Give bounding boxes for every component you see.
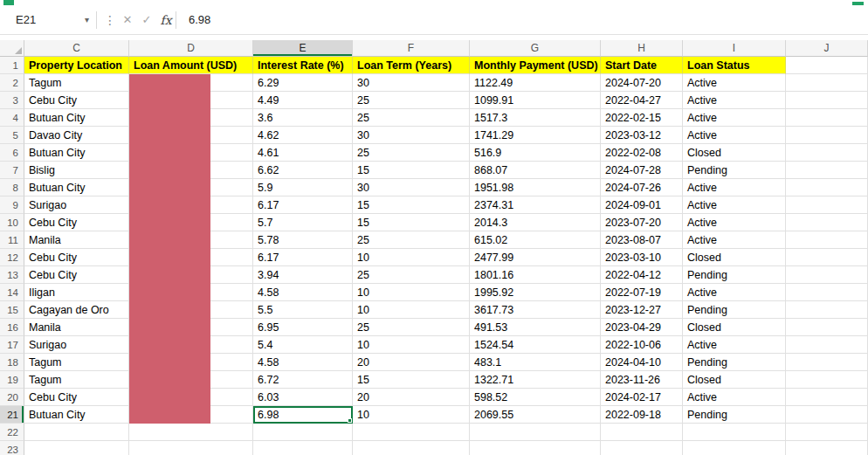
cell-I4[interactable]: Active	[683, 109, 786, 127]
column-header-I[interactable]: I	[683, 40, 786, 57]
cell-F18[interactable]: 20	[353, 354, 470, 371]
row-header-17[interactable]: 17	[0, 336, 24, 354]
cell-F3[interactable]: 25	[353, 92, 470, 109]
row-header-2[interactable]: 2	[0, 74, 24, 92]
cell-E12[interactable]: 6.17	[253, 249, 353, 266]
select-all-corner[interactable]	[0, 40, 24, 57]
cell-I3[interactable]: Active	[683, 92, 786, 109]
cell-H16[interactable]: 2023-04-29	[601, 319, 683, 336]
cell-J13[interactable]	[786, 266, 868, 284]
cell-I5[interactable]: Active	[683, 127, 786, 144]
cell-H6[interactable]: 2022-02-08	[601, 144, 683, 162]
cell-J21[interactable]	[786, 406, 868, 424]
row-header-4[interactable]: 4	[0, 109, 24, 127]
cell-E22[interactable]	[253, 424, 353, 441]
cell-C1[interactable]: Property Location	[24, 57, 129, 74]
column-header-E[interactable]: E	[253, 40, 353, 57]
cell-E3[interactable]: 4.49	[253, 92, 353, 109]
cell-C20[interactable]: Cebu City	[24, 389, 129, 406]
cell-F8[interactable]: 30	[353, 179, 470, 196]
enter-icon[interactable]: ✓	[137, 13, 156, 26]
cell-C9[interactable]: Surigao	[24, 196, 129, 214]
column-header-J[interactable]: J	[786, 40, 868, 57]
cell-G21[interactable]: 2069.55	[470, 406, 601, 424]
cell-F22[interactable]	[353, 424, 470, 441]
cell-C12[interactable]: Cebu City	[24, 249, 129, 266]
cell-C16[interactable]: Manila	[24, 319, 129, 336]
cell-F13[interactable]: 25	[353, 266, 470, 284]
row-header-19[interactable]: 19	[0, 371, 24, 389]
cell-I1[interactable]: Loan Status	[683, 57, 786, 74]
cell-E18[interactable]: 4.58	[253, 354, 353, 371]
row-header-12[interactable]: 12	[0, 249, 24, 266]
cell-J3[interactable]	[786, 92, 868, 109]
cell-J7[interactable]	[786, 162, 868, 179]
fill-handle[interactable]	[348, 418, 352, 423]
row-header-6[interactable]: 6	[0, 144, 24, 162]
column-header-C[interactable]: C	[24, 40, 129, 57]
column-header-G[interactable]: G	[470, 40, 601, 57]
cell-C4[interactable]: Butuan City	[24, 109, 129, 127]
cell-G14[interactable]: 1995.92	[470, 284, 601, 301]
row-header-14[interactable]: 14	[0, 284, 24, 301]
cell-I19[interactable]: Closed	[683, 371, 786, 389]
cell-G8[interactable]: 1951.98	[470, 179, 601, 196]
cell-J19[interactable]	[786, 371, 868, 389]
cell-J20[interactable]	[786, 389, 868, 406]
cell-E15[interactable]: 5.5	[253, 301, 353, 319]
cell-F10[interactable]: 15	[353, 214, 470, 231]
cell-H13[interactable]: 2022-04-12	[601, 266, 683, 284]
cell-J17[interactable]	[786, 336, 868, 354]
cell-H18[interactable]: 2024-04-10	[601, 354, 683, 371]
cell-E17[interactable]: 5.4	[253, 336, 353, 354]
name-box[interactable]: E21 ▾	[7, 10, 96, 31]
cell-H8[interactable]: 2024-07-26	[601, 179, 683, 196]
cell-H2[interactable]: 2024-07-20	[601, 74, 683, 92]
row-header-18[interactable]: 18	[0, 354, 24, 371]
cell-J2[interactable]	[786, 74, 868, 92]
row-header-9[interactable]: 9	[0, 196, 24, 214]
cell-J9[interactable]	[786, 196, 868, 214]
cell-C23[interactable]	[24, 441, 129, 455]
cell-C3[interactable]: Cebu City	[24, 92, 129, 109]
cell-E23[interactable]	[253, 441, 353, 455]
cell-G5[interactable]: 1741.29	[470, 127, 601, 144]
column-header-D[interactable]: D	[129, 40, 253, 57]
cell-J18[interactable]	[786, 354, 868, 371]
cell-C19[interactable]: Tagum	[24, 371, 129, 389]
cell-F1[interactable]: Loan Term (Years)	[353, 57, 470, 74]
cell-J16[interactable]	[786, 319, 868, 336]
cell-E10[interactable]: 5.7	[253, 214, 353, 231]
cell-H1[interactable]: Start Date	[601, 57, 683, 74]
cell-E6[interactable]: 4.61	[253, 144, 353, 162]
row-header-11[interactable]: 11	[0, 231, 24, 249]
cell-C18[interactable]: Tagum	[24, 354, 129, 371]
cell-J1[interactable]	[786, 57, 868, 74]
cell-H11[interactable]: 2023-08-07	[601, 231, 683, 249]
cell-G17[interactable]: 1524.54	[470, 336, 601, 354]
cell-I13[interactable]: Pending	[683, 266, 786, 284]
cell-G11[interactable]: 615.02	[470, 231, 601, 249]
row-header-1[interactable]: 1	[0, 57, 24, 74]
cell-I17[interactable]: Active	[683, 336, 786, 354]
cell-J11[interactable]	[786, 231, 868, 249]
cell-I18[interactable]: Pending	[683, 354, 786, 371]
cell-E20[interactable]: 6.03	[253, 389, 353, 406]
cell-H17[interactable]: 2022-10-06	[601, 336, 683, 354]
cancel-icon[interactable]: ✕	[118, 13, 137, 26]
cell-G16[interactable]: 491.53	[470, 319, 601, 336]
cell-I2[interactable]: Active	[683, 74, 786, 92]
row-header-13[interactable]: 13	[0, 266, 24, 284]
cell-J8[interactable]	[786, 179, 868, 196]
cell-J6[interactable]	[786, 144, 868, 162]
cell-G9[interactable]: 2374.31	[470, 196, 601, 214]
cell-G23[interactable]	[470, 441, 601, 455]
row-header-20[interactable]: 20	[0, 389, 24, 406]
row-header-7[interactable]: 7	[0, 162, 24, 179]
column-header-F[interactable]: F	[353, 40, 470, 57]
cell-C13[interactable]: Cebu City	[24, 266, 129, 284]
cell-G19[interactable]: 1322.71	[470, 371, 601, 389]
cell-F5[interactable]: 30	[353, 127, 470, 144]
cell-E11[interactable]: 5.78	[253, 231, 353, 249]
cell-D23[interactable]	[129, 441, 253, 455]
